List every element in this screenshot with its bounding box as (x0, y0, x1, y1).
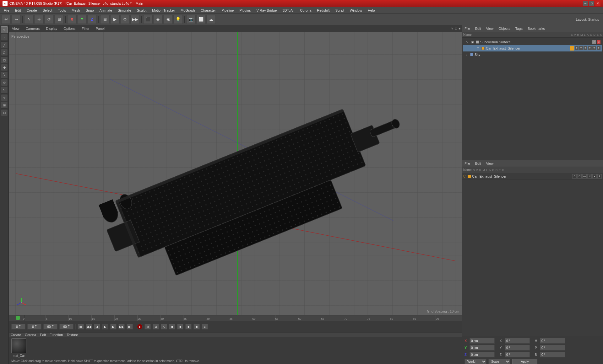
tc-last-frame[interactable]: ⏭ (127, 324, 133, 329)
mat-tab-texture[interactable]: Texture (67, 333, 78, 337)
mat-tab-corona[interactable]: Corona (25, 333, 36, 337)
coord-size-b[interactable] (540, 352, 565, 357)
toolbar-light[interactable]: 💡 (173, 15, 183, 24)
left-tool-7[interactable]: ⊙ (1, 79, 8, 86)
left-tool-object[interactable]: ◻ (1, 56, 8, 63)
coord-z-rot[interactable] (505, 352, 530, 357)
toolbar-undo[interactable]: ↩ (1, 15, 11, 24)
tc-autokey[interactable]: ⊕ (144, 324, 151, 329)
toolbar-x-axis[interactable]: X (67, 15, 77, 24)
tc-record[interactable]: ● (137, 324, 143, 329)
vp-tab-options[interactable]: Options (62, 26, 77, 31)
tc-mode1[interactable]: ■ (169, 324, 175, 329)
menu-item-v-ray bridge[interactable]: V-Ray Bridge (254, 8, 279, 13)
om-tab-objects[interactable]: Objects (497, 26, 511, 31)
attr-tab-view[interactable]: View (485, 161, 495, 166)
om-tag6-car-exhaust[interactable]: T (597, 46, 600, 50)
menu-item-window[interactable]: Window (347, 8, 365, 13)
menu-item-3dtoall[interactable]: 3DToAll (280, 8, 297, 13)
menu-item-simulate[interactable]: Simulate (115, 8, 134, 13)
tc-prev-frame[interactable]: ◀ (94, 324, 100, 329)
vp-tab-cameras[interactable]: Cameras (24, 26, 42, 31)
mat-thumbnail[interactable] (11, 338, 26, 353)
mat-tab-edit[interactable]: Edit (40, 333, 46, 337)
toolbar-z-axis[interactable]: Z (87, 15, 97, 24)
om-tag4-car-exhaust[interactable]: T (588, 46, 592, 50)
coord-size-h[interactable] (540, 338, 565, 344)
toolbar-render-set[interactable]: ⚙ (120, 15, 130, 24)
mat-tab-function[interactable]: Function (50, 333, 63, 337)
fps-field[interactable]: 90 F (59, 324, 73, 329)
menu-item-snap[interactable]: Snap (83, 8, 96, 13)
toolbar-rotate[interactable]: ⟳ (44, 15, 54, 24)
maximize-button[interactable]: □ (589, 1, 594, 6)
viewport-3d[interactable]: Perspective (9, 32, 462, 315)
tc-mode2[interactable]: ■ (177, 324, 183, 329)
tc-settings[interactable]: ⚙ (153, 324, 159, 329)
om-row-car-exhaust[interactable]: ⬡ Car_Exhaust_Silencer T T T T T T (463, 45, 602, 51)
toolbar-render[interactable]: ▶ (110, 15, 120, 24)
menu-item-animate[interactable]: Animate (97, 8, 115, 13)
menu-item-pipeline[interactable]: Pipeline (219, 8, 236, 13)
left-tool-6[interactable]: ╲ (1, 72, 8, 78)
left-tool-select[interactable]: ↖ (1, 26, 8, 33)
menu-item-file[interactable]: File (1, 8, 12, 13)
menu-item-mesh[interactable]: Mesh (69, 8, 83, 13)
tc-next-frame[interactable]: ▶ (110, 324, 117, 329)
toolbar-obj-mgr[interactable]: ⊟ (100, 15, 110, 24)
vp-icon-lock[interactable]: ■ (459, 27, 460, 30)
toolbar-nurbs[interactable]: ◈ (153, 15, 163, 24)
om-row-subdivision[interactable]: ▷ ▣ Subdivision Surface ✓ ✕ (463, 39, 602, 45)
om-x-subdivision[interactable]: ✕ (597, 40, 600, 44)
left-tool-8[interactable]: S (1, 87, 8, 94)
left-tool-10[interactable]: ⊞ (1, 102, 8, 109)
menu-item-character[interactable]: Character (198, 8, 218, 13)
toolbar-sky[interactable]: ☁ (206, 15, 216, 24)
tc-play[interactable]: ▶ (102, 324, 108, 329)
om-check-subdivision[interactable]: ✓ (592, 40, 596, 44)
start-frame-field[interactable]: 0 F (27, 324, 41, 329)
tc-mode5[interactable]: ≡ (202, 324, 208, 329)
toolbar-render-all[interactable]: ▶▶ (130, 15, 140, 24)
tc-mode3[interactable]: ■ (185, 324, 192, 329)
menu-item-plugins[interactable]: Plugins (237, 8, 253, 13)
om-row-sky[interactable]: ○ Sky (463, 51, 602, 58)
attr-ctrl-5[interactable]: ▸ (592, 174, 597, 179)
toolbar-camera[interactable]: 📷 (186, 15, 196, 24)
toolbar-floor[interactable]: ⬜ (196, 15, 206, 24)
vp-tab-view[interactable]: View (10, 26, 21, 31)
coord-world-dropdown[interactable]: World (464, 359, 486, 364)
current-frame-field[interactable]: 0 F (11, 324, 25, 329)
vp-icon-maximize[interactable]: ⤡ (451, 27, 454, 30)
toolbar-cube[interactable]: ⬛ (143, 15, 153, 24)
attr-ctrl-1[interactable]: ⊙ (572, 174, 577, 179)
left-tool-edges[interactable]: ╱ (1, 41, 8, 48)
toolbar-y-axis[interactable]: Y (77, 15, 87, 24)
menu-item-mograph[interactable]: MoGraph (178, 8, 198, 13)
menu-item-create[interactable]: Create (24, 8, 40, 13)
menu-item-edit[interactable]: Edit (13, 8, 24, 13)
left-tool-11[interactable]: ⊡ (1, 109, 8, 116)
coord-size-p[interactable] (540, 345, 565, 351)
mat-tab-create[interactable]: Create (11, 333, 21, 337)
om-mat-car-exhaust[interactable] (570, 46, 574, 51)
vp-icon-render[interactable]: ◻ (455, 27, 457, 30)
minimize-button[interactable]: ─ (583, 1, 588, 6)
om-tab-tags[interactable]: Tags (514, 26, 524, 31)
menu-item-redshift[interactable]: Redshift (314, 8, 332, 13)
toolbar-scale[interactable]: ⊞ (54, 15, 64, 24)
toolbar-deform[interactable]: ◉ (163, 15, 173, 24)
vp-tab-display[interactable]: Display (44, 26, 59, 31)
toolbar-select[interactable]: ↖ (24, 15, 34, 24)
menu-item-motion tracker[interactable]: Motion Tracker (149, 8, 177, 13)
end-frame-field[interactable]: 90 F (43, 324, 57, 329)
vp-tab-filter[interactable]: Filter (80, 26, 91, 31)
left-tool-9[interactable]: ∿ (1, 94, 8, 101)
om-tag3-car-exhaust[interactable]: T (584, 46, 587, 50)
toolbar-redo[interactable]: ↪ (11, 15, 21, 24)
close-button[interactable]: ✕ (595, 1, 600, 6)
menu-item-sculpt[interactable]: Sculpt (134, 8, 149, 13)
coord-z-pos[interactable] (470, 352, 495, 357)
tc-prev-key[interactable]: ◀◀ (86, 324, 92, 329)
om-tag5-car-exhaust[interactable]: T (592, 46, 596, 50)
